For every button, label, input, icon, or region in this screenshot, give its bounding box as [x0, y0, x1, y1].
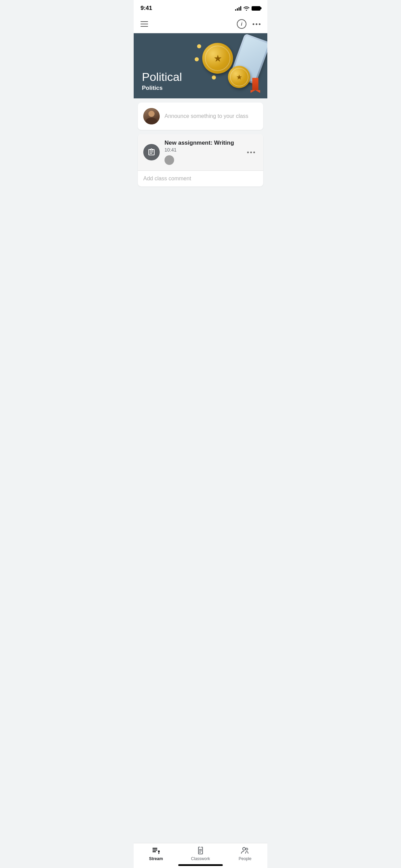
- assignment-more-button[interactable]: [244, 149, 258, 156]
- banner-content: Political Politics: [134, 64, 267, 98]
- class-title: Political: [142, 71, 259, 83]
- battery-icon: [252, 6, 260, 11]
- assignment-header: New assignment: Writing 10:41: [138, 134, 263, 170]
- info-button[interactable]: i: [237, 19, 246, 29]
- status-bar: 9:41: [134, 0, 267, 15]
- gold-dot-3: [195, 57, 199, 61]
- more-options-button[interactable]: [253, 23, 260, 25]
- assignment-card: New assignment: Writing 10:41 Add class …: [138, 134, 263, 186]
- wifi-icon: [243, 6, 250, 11]
- assignment-comment-input[interactable]: Add class comment: [138, 170, 263, 186]
- main-content: Announce something to your class New ass…: [134, 98, 267, 225]
- nav-right: i: [237, 19, 260, 29]
- assignment-icon: [143, 144, 160, 160]
- announce-placeholder[interactable]: Announce something to your class: [165, 113, 248, 119]
- loading-dot: [165, 155, 174, 165]
- announce-card[interactable]: Announce something to your class: [138, 103, 263, 130]
- signal-icon: [235, 6, 241, 11]
- status-icons: [235, 6, 260, 11]
- top-nav: i: [134, 15, 267, 33]
- status-time: 9:41: [141, 5, 152, 12]
- class-banner: ★ ★ Political Politics: [134, 33, 267, 98]
- avatar-image: [143, 108, 160, 124]
- class-subtitle: Politics: [142, 85, 259, 92]
- assignment-info: New assignment: Writing 10:41: [165, 140, 240, 165]
- assignment-time: 10:41: [165, 147, 240, 153]
- clipboard-icon: [147, 148, 156, 156]
- gold-dot-1: [197, 44, 201, 48]
- comment-placeholder: Add class comment: [143, 176, 191, 181]
- assignment-title: New assignment: Writing: [165, 140, 240, 146]
- hamburger-menu-icon[interactable]: [141, 21, 148, 27]
- user-avatar: [143, 108, 160, 124]
